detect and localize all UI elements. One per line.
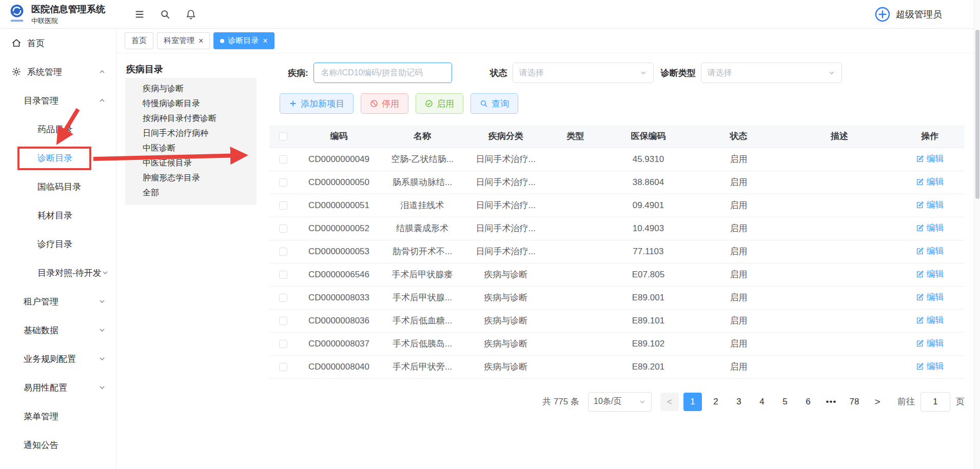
row-checkbox[interactable] [279, 340, 287, 348]
pagination-more-icon[interactable]: ••• [822, 393, 840, 411]
next-page-button[interactable]: > [868, 393, 887, 411]
sidebar-item-drug-catalog[interactable]: 药品目录 [0, 115, 116, 144]
edit-button[interactable]: 编辑 [916, 153, 944, 165]
diagnosis-type-select-value: 请选择 [708, 68, 732, 78]
select-all-checkbox[interactable] [279, 132, 287, 140]
edit-button[interactable]: 编辑 [916, 222, 944, 234]
pagination: 共 775 条 10条/页 < 123456•••78 > 前往 页 [269, 392, 965, 412]
chevron-down-icon [99, 298, 106, 305]
edit-button[interactable]: 编辑 [916, 245, 944, 257]
page-button-3[interactable]: 3 [730, 393, 748, 411]
status-filter-label: 状态 [490, 67, 507, 79]
scrollbar-thumb[interactable] [975, 30, 979, 199]
cell-code: CD0000000050 [297, 171, 381, 194]
catalog-item-tcm-diagnosis[interactable]: 中医诊断 [125, 141, 257, 156]
sidebar-item-basic-data[interactable]: 基础数据 [0, 316, 116, 344]
topbar-tools [116, 9, 197, 20]
enable-button[interactable]: 启用 [416, 93, 463, 114]
edit-button[interactable]: 编辑 [916, 199, 944, 211]
cell-insurance-code: E07.805 [603, 263, 693, 286]
page-button-2[interactable]: 2 [707, 393, 725, 411]
sidebar-item-catalog-mapping[interactable]: 目录对照-待开发 [0, 258, 116, 287]
row-checkbox[interactable] [279, 317, 287, 325]
close-icon[interactable]: × [199, 37, 203, 45]
edit-button[interactable]: 编辑 [916, 337, 944, 349]
row-checkbox[interactable] [279, 201, 287, 210]
cell-insurance-code: E89.201 [603, 355, 693, 378]
edit-button[interactable]: 编辑 [916, 314, 944, 326]
cell-category: 日间手术治疗... [464, 194, 547, 217]
sidebar-item-business-rules-config[interactable]: 业务规则配置 [0, 344, 116, 373]
sidebar-item-tenant-management[interactable]: 租户管理 [0, 287, 116, 316]
catalog-panel: 疾病目录 疾病与诊断特慢病诊断目录按病种目录付费诊断日间手术治疗病种中医诊断中医… [125, 60, 257, 469]
prev-page-button[interactable]: < [660, 393, 679, 411]
disease-filter-group: 疾病: [288, 63, 452, 83]
cell-category: 日间手术治疗... [464, 148, 547, 171]
sidebar-item-consumable-catalog[interactable]: 耗材目录 [0, 201, 116, 230]
row-checkbox[interactable] [279, 225, 287, 233]
page-button-4[interactable]: 4 [753, 393, 771, 411]
cell-status: 启用 [694, 309, 784, 332]
row-checkbox[interactable] [279, 271, 287, 279]
chevron-up-icon [99, 68, 106, 75]
sidebar-item-usability-config[interactable]: 易用性配置 [0, 373, 116, 402]
user-menu[interactable]: 超级管理员 [874, 6, 942, 23]
sidebar-item-national-code-catalog[interactable]: 国临码目录 [0, 172, 116, 201]
page-button-5[interactable]: 5 [776, 393, 794, 411]
edit-icon [916, 362, 924, 371]
bell-icon[interactable] [185, 9, 197, 20]
cell-status: 启用 [694, 263, 784, 286]
table-row: CD0000006546手术后甲状腺瘘疾病与诊断E07.805启用编辑 [269, 263, 965, 286]
row-checkbox[interactable] [279, 178, 287, 187]
sidebar-item-menu-management[interactable]: 菜单管理 [0, 402, 116, 431]
edit-button[interactable]: 编辑 [916, 268, 944, 280]
cell-category: 日间手术治疗... [464, 240, 547, 263]
diagnosis-type-select[interactable]: 请选择 [701, 63, 842, 83]
column-header: 编码 [297, 125, 381, 148]
page-button-6[interactable]: 6 [799, 393, 817, 411]
sidebar-item-diagnosis-catalog[interactable]: 诊断目录 [0, 144, 116, 172]
row-checkbox[interactable] [279, 363, 287, 371]
sidebar-item-label: 易用性配置 [24, 382, 67, 394]
edit-button[interactable]: 编辑 [916, 360, 944, 372]
collapse-menu-icon[interactable] [134, 9, 145, 20]
page-button-78[interactable]: 78 [845, 393, 864, 411]
query-button[interactable]: 查询 [471, 93, 518, 114]
catalog-item-tcm-syndrome-catalog[interactable]: 中医证候目录 [125, 156, 257, 171]
close-icon[interactable]: × [263, 37, 267, 45]
tab-diagnosis-catalog[interactable]: 诊断目录× [213, 32, 274, 49]
table-row: CD0000000049空肠-乙状结肠...日间手术治疗...45.9310启用… [269, 148, 965, 171]
disease-search-input[interactable] [313, 63, 452, 83]
add-item-button[interactable]: 添加新项目 [280, 93, 354, 114]
status-select[interactable]: 请选择 [513, 63, 654, 83]
row-checkbox[interactable] [279, 248, 287, 256]
edit-button[interactable]: 编辑 [916, 176, 944, 188]
edit-button[interactable]: 编辑 [916, 291, 944, 303]
row-checkbox[interactable] [279, 155, 287, 164]
page-size-select[interactable]: 10条/页 [588, 392, 652, 412]
catalog-item-all[interactable]: 全部 [125, 186, 257, 200]
page-scrollbar[interactable] [974, 0, 980, 469]
sidebar-item-system-management[interactable]: 系统管理 [0, 57, 116, 86]
page-button-1[interactable]: 1 [683, 393, 702, 411]
disable-button[interactable]: 停用 [361, 93, 408, 114]
goto-page-input[interactable] [920, 392, 950, 412]
sidebar-item-home[interactable]: 首页 [0, 29, 116, 57]
search-icon[interactable] [160, 9, 171, 20]
catalog-item-disease-and-diagnosis[interactable]: 疾病与诊断 [125, 81, 257, 96]
cell-name: 手术后低胰岛... [381, 332, 464, 355]
tab-department-management[interactable]: 科室管理× [157, 32, 210, 49]
sidebar-item-treatment-catalog[interactable]: 诊疗目录 [0, 230, 116, 258]
catalog-item-tumor-morphology-catalog[interactable]: 肿瘤形态学目录 [125, 171, 257, 186]
column-header: 描述 [784, 125, 895, 148]
tab-home[interactable]: 首页 [125, 32, 153, 49]
catalog-item-day-surgery-disease[interactable]: 日间手术治疗病种 [125, 126, 257, 141]
sidebar-item-catalog-management[interactable]: 目录管理 [0, 86, 116, 115]
sidebar-item-notice[interactable]: 通知公告 [0, 431, 116, 459]
row-checkbox[interactable] [279, 294, 287, 302]
cell-code: CD0000008033 [297, 286, 381, 309]
catalog-item-per-disease-payment-diagnosis[interactable]: 按病种目录付费诊断 [125, 111, 257, 126]
cell-category: 日间手术治疗... [464, 171, 547, 194]
cell-code: CD0000000053 [297, 240, 381, 263]
catalog-item-special-chronic-diagnosis[interactable]: 特慢病诊断目录 [125, 96, 257, 111]
